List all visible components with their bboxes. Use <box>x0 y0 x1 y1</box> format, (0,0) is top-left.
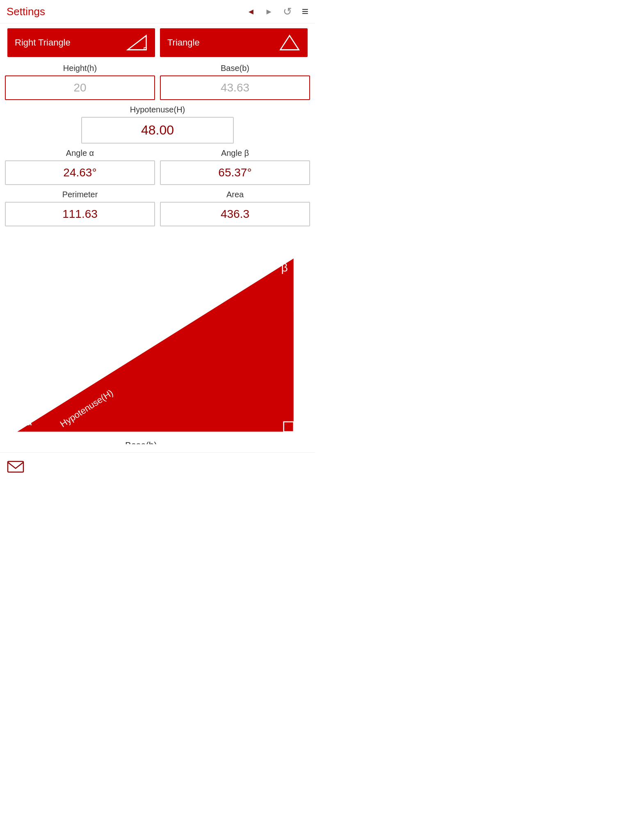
undo-icon[interactable]: ↺ <box>283 5 292 18</box>
base-input[interactable] <box>160 75 310 100</box>
header: Settings ◄ ► ↺ ≡ <box>0 0 315 23</box>
base-label: Base(b) <box>221 64 249 73</box>
beta-label: β <box>281 261 288 274</box>
height-input[interactable] <box>5 75 155 100</box>
base-diagram-label: Base(b) <box>125 440 157 444</box>
height-group: Height(h) <box>5 64 155 100</box>
right-triangle-button[interactable]: Right Triangle <box>7 28 155 57</box>
forward-arrow-icon[interactable]: ► <box>265 7 273 16</box>
alpha-label: α <box>25 415 32 428</box>
area-label: Area <box>226 190 244 199</box>
svg-rect-1 <box>144 48 146 50</box>
base-group: Base(b) <box>160 64 310 100</box>
triangle-button[interactable]: Triangle <box>160 28 308 57</box>
angle-alpha-label: Angle α <box>66 148 94 158</box>
svg-rect-5 <box>8 461 23 472</box>
perimeter-input[interactable] <box>5 202 155 226</box>
svg-marker-2 <box>280 36 299 50</box>
height-label: Height(h) <box>63 64 97 73</box>
height-diagram-label: Height(h) <box>306 382 310 420</box>
angle-beta-group: Angle β <box>160 148 310 185</box>
triangle-label: Triangle <box>167 37 200 48</box>
svg-marker-3 <box>17 258 294 431</box>
svg-marker-0 <box>128 36 146 50</box>
hypotenuse-input[interactable] <box>81 117 234 144</box>
perimeter-group: Perimeter <box>5 190 155 226</box>
menu-icon[interactable]: ≡ <box>302 5 308 18</box>
hypotenuse-group: Hypotenuse(H) <box>5 105 310 144</box>
angle-beta-label: Angle β <box>221 148 249 158</box>
footer <box>0 452 315 481</box>
email-icon[interactable] <box>7 458 25 476</box>
right-triangle-icon <box>126 34 148 51</box>
shape-selector-row: Right Triangle Triangle <box>0 23 315 57</box>
area-input[interactable] <box>160 202 310 226</box>
perimeter-label: Perimeter <box>62 190 98 199</box>
hypotenuse-label: Hypotenuse(H) <box>130 105 185 114</box>
area-group: Area <box>160 190 310 226</box>
height-base-row: Height(h) Base(b) <box>5 64 310 100</box>
angle-alpha-input[interactable] <box>5 160 155 185</box>
settings-label[interactable]: Settings <box>7 5 247 18</box>
perimeter-area-row: Perimeter Area <box>5 190 310 226</box>
inputs-section: Height(h) Base(b) Hypotenuse(H) Angle α … <box>0 57 315 238</box>
triangle-icon <box>279 34 300 51</box>
header-icons: ◄ ► ↺ ≡ <box>247 5 308 18</box>
angle-alpha-group: Angle α <box>5 148 155 185</box>
angles-row: Angle α Angle β <box>5 148 310 185</box>
angle-beta-input[interactable] <box>160 160 310 185</box>
triangle-diagram: α β Hypotenuse(H) Height(h) Base(b) <box>5 238 310 444</box>
right-triangle-label: Right Triangle <box>15 37 71 48</box>
back-arrow-icon[interactable]: ◄ <box>247 7 255 16</box>
diagram-section: α β Hypotenuse(H) Height(h) Base(b) <box>0 238 315 452</box>
